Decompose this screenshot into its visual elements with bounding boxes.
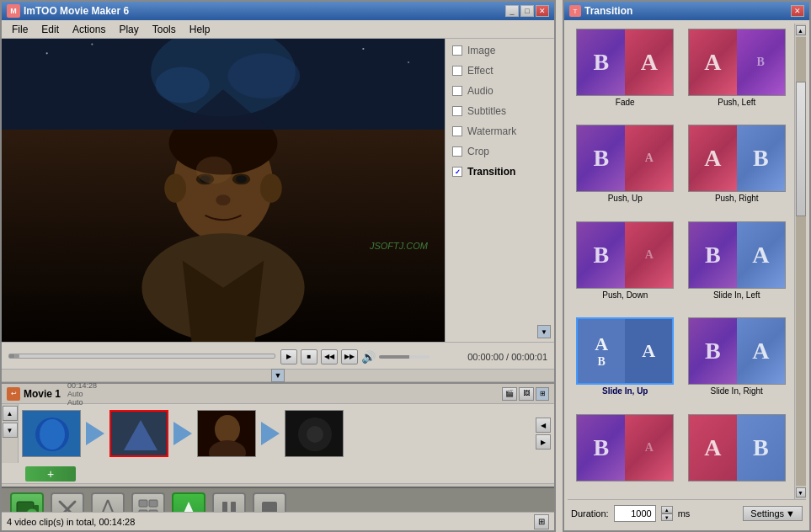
expand-panel-button[interactable]: ▼ xyxy=(537,325,551,338)
fade-thumbnail[interactable]: B A xyxy=(576,29,674,96)
transition-push-up[interactable]: B A Push, Up xyxy=(571,123,680,215)
timeline-home-icon[interactable]: ↩ xyxy=(7,387,20,401)
track-down-button[interactable]: ▼ xyxy=(3,423,18,438)
movie-label: Movie 1 xyxy=(24,388,61,400)
scrollbar-up-button[interactable]: ▲ xyxy=(796,25,806,35)
panel-effect-option[interactable]: Effect xyxy=(449,62,551,79)
menu-edit[interactable]: Edit xyxy=(35,22,66,37)
transition-close-button[interactable]: ✕ xyxy=(791,5,804,17)
push-up-thumbnail[interactable]: B A xyxy=(576,125,674,192)
app-icon: M xyxy=(7,4,20,18)
transition-checkbox[interactable]: ✓ xyxy=(452,167,462,177)
panel-transition-option[interactable]: ✓ Transition xyxy=(449,163,551,180)
spinner-down-button[interactable]: ▼ xyxy=(661,513,673,521)
transition-push-right[interactable]: A B Push, Right xyxy=(683,123,792,215)
slide-in-up-thumbnail[interactable]: AB A xyxy=(576,317,674,385)
close-button[interactable]: ✕ xyxy=(536,5,549,17)
spinner-up-button[interactable]: ▲ xyxy=(661,506,673,513)
transition-scrollbar: ▲ ▼ xyxy=(794,24,806,499)
push-up-right-half: A xyxy=(625,125,673,191)
scrollbar-down-button[interactable]: ▼ xyxy=(796,487,806,497)
timeline-side-nav: ▲ ▼ xyxy=(2,404,19,463)
slide-in-right-label: Slide In, Right xyxy=(711,386,763,396)
subtitles-checkbox[interactable] xyxy=(452,106,462,116)
title-bar: M ImTOO Movie Maker 6 _ □ ✕ xyxy=(2,2,554,20)
timeline-tracks: ◀ ▶ xyxy=(19,404,554,463)
add-strip-button[interactable]: + xyxy=(25,466,76,481)
video-controls: ▶ ■ ◀◀ ▶▶ 🔊 00:00:00 / 00:00:01 xyxy=(2,342,554,369)
menu-help[interactable]: Help xyxy=(183,22,217,37)
effect-checkbox[interactable] xyxy=(452,66,462,76)
push-right-thumbnail[interactable]: A B xyxy=(688,125,786,192)
settings-button[interactable]: Settings ▼ xyxy=(743,506,803,521)
image-icon[interactable]: 🖼 xyxy=(519,387,534,401)
menu-actions[interactable]: Actions xyxy=(66,22,112,37)
expand-arrow-button[interactable]: ▼ xyxy=(271,369,285,382)
minimize-button[interactable]: _ xyxy=(505,5,519,17)
volume-icon[interactable]: 🔊 xyxy=(361,350,376,364)
transition-content: B A Fade A B Push, Left xyxy=(564,20,809,530)
transition-slide-in-right[interactable]: B A Slide In, Right xyxy=(683,316,792,408)
duration-spinner: ▲ ▼ xyxy=(661,506,673,521)
extra-1-right-half: A xyxy=(625,415,673,481)
image-checkbox[interactable] xyxy=(452,45,462,56)
panel-image-option[interactable]: Image xyxy=(449,42,551,59)
push-up-label: Push, Up xyxy=(608,194,643,203)
push-left-right-half: B xyxy=(737,29,785,95)
transition-extra-1[interactable]: B A xyxy=(571,412,680,496)
svg-point-31 xyxy=(215,415,240,444)
track-clip-2[interactable] xyxy=(109,410,168,457)
prev-button[interactable]: ◀◀ xyxy=(321,349,338,364)
track-clip-3[interactable] xyxy=(197,410,256,457)
slide-in-right-thumbnail[interactable]: B A xyxy=(688,317,786,385)
track-scroll-left[interactable]: ◀ xyxy=(536,418,551,433)
push-left-thumbnail[interactable]: A B xyxy=(688,29,786,96)
crop-checkbox[interactable] xyxy=(452,146,462,157)
timeline-expand-button[interactable]: ⊞ xyxy=(536,387,549,401)
track-clip-1[interactable] xyxy=(22,410,81,457)
volume-slider[interactable] xyxy=(379,355,430,359)
watermark-checkbox[interactable] xyxy=(452,126,462,136)
track-scroll-right[interactable]: ▶ xyxy=(536,434,551,450)
svg-point-6 xyxy=(91,44,93,45)
scrollbar-track[interactable] xyxy=(796,37,806,486)
track-clip-4[interactable] xyxy=(285,410,344,457)
subtitles-label: Subtitles xyxy=(467,105,506,117)
seek-bar[interactable] xyxy=(8,354,275,359)
menu-tools[interactable]: Tools xyxy=(146,22,183,37)
transition-extra-2[interactable]: A B xyxy=(683,412,792,496)
film-icon[interactable]: 🎬 xyxy=(502,387,517,401)
transition-slide-in-left[interactable]: B A Slide In, Left xyxy=(683,220,792,312)
push-right-left-half: A xyxy=(689,125,737,191)
panel-watermark-option[interactable]: Watermark xyxy=(449,123,551,140)
menu-file[interactable]: File xyxy=(5,22,35,37)
maximize-button[interactable]: □ xyxy=(520,5,534,17)
play-button[interactable]: ▶ xyxy=(280,349,297,364)
svg-point-3 xyxy=(155,66,209,103)
fade-label: Fade xyxy=(616,98,635,107)
panel-subtitles-option[interactable]: Subtitles xyxy=(449,103,551,120)
status-expand-button[interactable]: ⊞ xyxy=(534,514,549,529)
slide-in-left-thumbnail[interactable]: B A xyxy=(688,221,786,289)
track-up-button[interactable]: ▲ xyxy=(3,406,18,421)
transition-fade[interactable]: B A Fade xyxy=(571,27,680,120)
panel-audio-option[interactable]: Audio xyxy=(449,82,551,99)
push-down-thumbnail[interactable]: B A xyxy=(576,221,674,289)
menu-play[interactable]: Play xyxy=(112,22,145,37)
panel-crop-option[interactable]: Crop xyxy=(449,143,551,160)
audio-checkbox[interactable] xyxy=(452,86,462,96)
stop-button[interactable]: ■ xyxy=(301,349,317,364)
transition-push-down[interactable]: B A Push, Down xyxy=(571,220,680,312)
duration-input[interactable] xyxy=(614,505,656,522)
transition-push-left[interactable]: A B Push, Left xyxy=(683,27,792,120)
scrollbar-handle[interactable] xyxy=(796,82,806,216)
extra-1-thumbnail[interactable]: B A xyxy=(576,414,674,481)
extra-2-thumbnail[interactable]: A B xyxy=(688,414,786,481)
transition-slide-in-up[interactable]: AB A Slide In, Up xyxy=(571,316,680,408)
track-arrow-1 xyxy=(83,422,108,445)
extra-2-right-half: B xyxy=(737,415,785,481)
duration-bar: Duration: ▲ ▼ ms Settings ▼ xyxy=(568,499,806,527)
timeline-icon-buttons: 🎬 🖼 xyxy=(502,387,534,401)
next-button[interactable]: ▶▶ xyxy=(341,349,358,364)
svg-point-27 xyxy=(40,419,65,450)
